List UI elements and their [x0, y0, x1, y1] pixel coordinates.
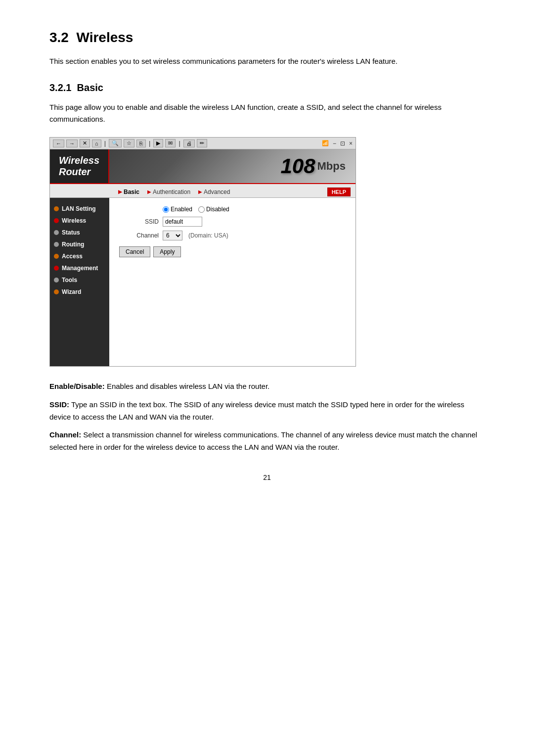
nav-tabs: ▶ Basic ▶ Authentication ▶ Advanced HELP	[50, 184, 356, 198]
sidebar-item-wizard[interactable]: Wizard	[50, 286, 109, 298]
sidebar-label-wizard: Wizard	[62, 288, 81, 295]
sidebar-dot-wizard	[54, 289, 59, 294]
desc-text-1: Type an SSID in the text box. The SSID o…	[49, 400, 464, 421]
tab-basic-label: Basic	[124, 189, 139, 195]
tab-basic-arrow: ▶	[118, 189, 122, 194]
desc-text-0: Enables and disables wireless LAN via th…	[107, 382, 269, 390]
help-button[interactable]: HELP	[327, 188, 351, 196]
subsection-heading: 3.2.1 Basic	[49, 82, 485, 94]
desc-text-2: Select a transmission channel for wirele…	[49, 430, 477, 451]
description-enable-disable: Enable/Disable: Enables and disables wir…	[49, 380, 485, 393]
section-heading: 3.2 Wireless	[49, 30, 485, 46]
sidebar-item-wireless[interactable]: Wireless	[50, 215, 109, 227]
tab-auth-arrow: ▶	[147, 189, 151, 194]
sidebar-dot-access	[54, 254, 59, 259]
ssid-input[interactable]	[163, 217, 202, 227]
sidebar-dot-management	[54, 266, 59, 271]
sidebar-item-lan-setting[interactable]: LAN Setting	[50, 203, 109, 215]
browser-toolbar: ← → ✕ ⌂ | 🔍 ☆ ⎘ | ▶ ✉ | 🖨 ✏ 📶 − ⊡ ×	[50, 138, 356, 149]
tab-basic[interactable]: ▶ Basic	[114, 187, 143, 197]
browser-window: ← → ✕ ⌂ | 🔍 ☆ ⎘ | ▶ ✉ | 🖨 ✏ 📶 − ⊡ × Wire…	[49, 137, 356, 367]
sidebar-dot-tools	[54, 278, 59, 283]
toolbar-sep2: |	[149, 140, 150, 147]
enabled-radio-item[interactable]: Enabled	[163, 206, 192, 213]
main-content: LAN Setting Wireless Status Routing Acce…	[50, 198, 356, 366]
section-intro: This section enables you to set wireless…	[49, 55, 485, 67]
back-button[interactable]: ←	[53, 140, 64, 147]
history-button[interactable]: ⎘	[136, 140, 146, 147]
domain-label: (Domain: USA)	[188, 232, 228, 239]
sidebar-dot-status	[54, 230, 59, 235]
edit-button[interactable]: ✏	[197, 139, 207, 147]
forward-button[interactable]: →	[66, 140, 78, 147]
sidebar-dot-wireless	[54, 218, 59, 223]
search-button[interactable]: 🔍	[109, 139, 122, 147]
tab-adv-arrow: ▶	[198, 189, 202, 194]
logo-line2: Router	[59, 166, 99, 178]
disabled-radio[interactable]	[198, 206, 205, 213]
sidebar-label-management: Management	[62, 265, 98, 272]
mail-button[interactable]: ✉	[165, 139, 176, 147]
page-number: 21	[49, 473, 485, 481]
term-channel: Channel:	[49, 430, 81, 439]
toolbar-sep1: |	[104, 140, 106, 147]
router-logo: Wireless Router	[50, 149, 109, 183]
disabled-label: Disabled	[206, 206, 229, 213]
tab-authentication[interactable]: ▶ Authentication	[143, 187, 194, 197]
sidebar-item-management[interactable]: Management	[50, 262, 109, 274]
sidebar-label-tools: Tools	[62, 277, 77, 284]
description-ssid: SSID: Type an SSID in the text box. The …	[49, 399, 485, 424]
channel-controls: 6 1 2 3 4 5 7 11 (Domain: USA)	[163, 231, 228, 240]
cancel-button[interactable]: Cancel	[119, 246, 150, 257]
description-channel: Channel: Select a transmission channel f…	[49, 429, 485, 454]
minimize-button[interactable]: −	[333, 140, 336, 147]
sidebar-label-routing: Routing	[62, 241, 84, 248]
sidebar-item-access[interactable]: Access	[50, 250, 109, 262]
channel-row: Channel 6 1 2 3 4 5 7 11 (Domain: USA)	[119, 231, 346, 240]
sidebar-item-status[interactable]: Status	[50, 227, 109, 238]
logo-line1: Wireless	[59, 155, 99, 166]
button-row: Cancel Apply	[119, 246, 346, 257]
sidebar-label-lan: LAN Setting	[62, 205, 96, 212]
print-button[interactable]: 🖨	[183, 140, 195, 147]
enable-disable-row: Enabled Disabled	[119, 206, 346, 213]
mbps-label: Mbps	[317, 160, 346, 173]
sidebar-dot-routing	[54, 242, 59, 247]
sidebar-label-access: Access	[62, 253, 83, 260]
tab-adv-label: Advanced	[204, 189, 230, 195]
router-brand: 108 Mbps	[109, 154, 356, 178]
apply-button[interactable]: Apply	[153, 246, 181, 257]
sidebar: LAN Setting Wireless Status Routing Acce…	[50, 198, 109, 366]
toolbar-sep3: |	[178, 140, 180, 147]
sidebar-item-tools[interactable]: Tools	[50, 274, 109, 286]
term-ssid: SSID:	[49, 400, 69, 409]
favorites-button[interactable]: ☆	[124, 139, 134, 147]
ssid-row: SSID	[119, 217, 346, 227]
tab-auth-label: Authentication	[153, 189, 190, 195]
term-enable-disable: Enable/Disable:	[49, 382, 105, 390]
sidebar-dot-lan	[54, 206, 59, 211]
home-button[interactable]: ⌂	[92, 140, 101, 147]
ssid-form-label: SSID	[119, 218, 159, 225]
subsection-intro: This page allow you to enable and disabl…	[49, 101, 485, 125]
tab-advanced[interactable]: ▶ Advanced	[194, 187, 234, 197]
enabled-label: Enabled	[171, 206, 192, 213]
restore-button[interactable]: ⊡	[340, 140, 345, 147]
media-button[interactable]: ▶	[153, 139, 163, 147]
descriptions-section: Enable/Disable: Enables and disables wir…	[49, 380, 485, 454]
disabled-radio-item[interactable]: Disabled	[198, 206, 229, 213]
channel-form-label: Channel	[119, 232, 159, 239]
enabled-radio[interactable]	[163, 206, 169, 213]
sidebar-item-routing[interactable]: Routing	[50, 238, 109, 250]
close-button[interactable]: ×	[349, 140, 353, 147]
sidebar-label-status: Status	[62, 229, 80, 236]
window-icon: 📶	[322, 140, 329, 146]
content-area: Enabled Disabled SSID Channel 6	[109, 198, 356, 366]
stop-button[interactable]: ✕	[80, 139, 90, 147]
router-header: Wireless Router 108 Mbps	[50, 149, 356, 184]
mbps-number: 108	[280, 154, 315, 178]
sidebar-label-wireless: Wireless	[62, 217, 86, 224]
channel-select[interactable]: 6 1 2 3 4 5 7 11	[163, 231, 182, 240]
enable-disable-group: Enabled Disabled	[163, 206, 229, 213]
